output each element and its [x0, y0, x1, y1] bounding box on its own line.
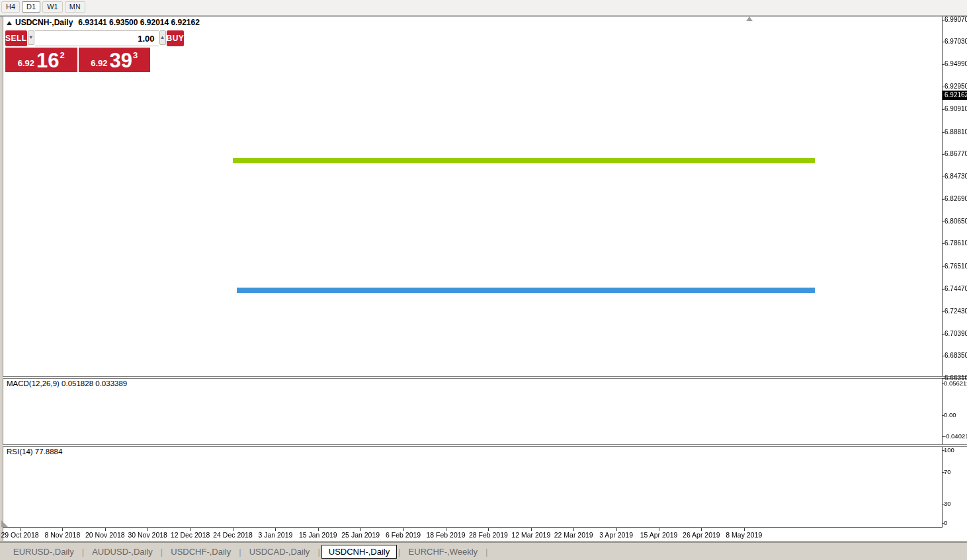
resistance-line-object[interactable] — [233, 158, 815, 163]
chart-tab-usdcnh[interactable]: USDCNH-,Daily — [321, 545, 397, 559]
volume-increase-button[interactable]: ▲ — [159, 30, 166, 45]
date-axis-tick — [190, 528, 191, 531]
date-axis-tick — [147, 528, 148, 531]
sell-price-display[interactable]: 6.92162 — [5, 48, 77, 72]
collapse-panel-icon[interactable] — [7, 21, 12, 25]
price-axis-tick — [942, 20, 945, 20]
price-axis-tick — [942, 356, 945, 356]
rsi-axis-label: 100 — [944, 446, 954, 454]
date-axis-tick — [233, 528, 233, 531]
buy-button[interactable]: BUY — [167, 30, 185, 46]
panel-resize-grip-icon[interactable] — [1, 520, 8, 527]
rsi-axis-tick — [942, 523, 945, 524]
date-axis-label: 29 Oct 2018 — [1, 531, 38, 539]
timeframe-button-w1[interactable]: W1 — [42, 1, 63, 13]
one-click-trading-panel: SELL ▼ ▲ BUY 6.92162 6.92393 — [5, 30, 150, 72]
date-axis-label: 15 Jan 2019 — [299, 531, 337, 539]
rsi-axis-tick — [942, 504, 945, 504]
price-axis-tick — [942, 132, 945, 133]
trade-panel-controls: SELL ▼ ▲ BUY — [5, 30, 150, 46]
price-axis-tick — [942, 199, 945, 200]
rsi-axis-tick — [942, 450, 945, 451]
price-axis-label: 6.74470 — [945, 285, 967, 292]
price-axis-label: 6.86770 — [945, 150, 967, 157]
buy-price-prefix: 6.92 — [91, 58, 107, 68]
date-axis-label: 20 Nov 2018 — [85, 531, 125, 539]
date-axis-label: 3 Apr 2019 — [599, 531, 633, 539]
window-left-border — [3, 16, 3, 541]
price-axis-tick — [942, 243, 945, 244]
price-axis-label: 6.99070 — [945, 16, 967, 23]
rsi-indicator-label: RSI(14) 77.8884 — [7, 448, 62, 456]
price-axis-label: 6.88810 — [945, 128, 967, 136]
rsi-axis-label: 70 — [944, 468, 951, 475]
sell-price-point: 2 — [60, 50, 65, 60]
sell-price-pips: 16 — [36, 51, 59, 71]
buy-price-pips: 39 — [110, 51, 132, 71]
date-axis-tick — [659, 528, 659, 531]
macd-axis-tick — [942, 415, 945, 416]
tab-separator: | — [317, 547, 319, 557]
rsi-panel-splitter[interactable] — [3, 444, 967, 447]
price-axis-label: 6.68350 — [945, 352, 967, 359]
volume-decrease-button[interactable]: ▼ — [28, 30, 34, 45]
price-axis-tick — [942, 334, 945, 335]
chart-tab-audusd[interactable]: AUDUSD-,Daily — [85, 545, 159, 558]
mt4-window: H4D1W1MN USDCNH-,Daily6.93141 6.93500 6.… — [0, 0, 967, 560]
time-axis-separator — [3, 527, 943, 528]
chart-tab-eurusd[interactable]: EURUSD-,Daily — [7, 545, 81, 558]
price-axis-tick — [942, 311, 945, 312]
date-axis-tick — [105, 528, 106, 531]
tab-separator: | — [485, 547, 487, 557]
price-axis-label: 6.84730 — [945, 173, 967, 180]
sell-button[interactable]: SELL — [5, 30, 27, 46]
tab-separator: | — [398, 547, 400, 557]
date-axis-label: 28 Feb 2019 — [469, 531, 508, 539]
tab-separator: | — [239, 547, 241, 557]
rsi-axis-tick — [942, 472, 945, 473]
timeframe-button-d1[interactable]: D1 — [22, 1, 40, 13]
price-axis-tick — [942, 289, 945, 290]
price-axis-label: 6.82690 — [945, 195, 967, 202]
timeframe-button-h4[interactable]: H4 — [1, 1, 20, 13]
date-axis-label: 24 Dec 2018 — [213, 531, 253, 539]
chart-window-background — [3, 17, 967, 541]
price-axis-tick — [942, 42, 945, 42]
tab-separator: | — [161, 547, 163, 557]
price-axis-label: 6.94990 — [945, 60, 967, 67]
date-axis-tick — [360, 528, 361, 531]
date-axis-tick — [446, 528, 446, 531]
date-axis-tick — [403, 528, 404, 531]
price-axis-label: 6.70390 — [945, 330, 967, 337]
toolbar-separator — [75, 1, 76, 13]
macd-axis-tick — [942, 436, 945, 437]
date-axis-label: 30 Nov 2018 — [128, 531, 167, 539]
date-axis-tick — [62, 528, 63, 531]
date-axis-tick — [20, 528, 21, 531]
date-axis-label: 15 Apr 2019 — [640, 531, 678, 539]
macd-panel-splitter[interactable] — [3, 376, 967, 379]
chart-tab-eurchf[interactable]: EURCHF-,Weekly — [402, 545, 485, 558]
sell-price-prefix: 6.92 — [18, 58, 34, 68]
chart-tab-usdcad[interactable]: USDCAD-,Daily — [243, 545, 317, 558]
date-axis-label: 8 Nov 2018 — [45, 531, 81, 539]
support-line-object[interactable] — [237, 288, 815, 293]
date-axis-tick — [275, 528, 276, 531]
date-axis-label: 26 Apr 2019 — [683, 531, 720, 539]
buy-price-display[interactable]: 6.92393 — [79, 48, 151, 72]
date-axis-tick — [701, 528, 702, 531]
volume-input[interactable] — [35, 30, 159, 46]
tab-separator: | — [82, 547, 84, 557]
chart-tab-usdchf[interactable]: USDCHF-,Daily — [164, 545, 237, 558]
macd-axis-tick — [942, 383, 945, 384]
price-axis-tick — [942, 154, 945, 155]
macd-axis-label: 0.00 — [944, 411, 956, 419]
date-axis-label: 8 May 2019 — [726, 531, 762, 539]
current-price-tag: 6.92162 — [943, 91, 967, 100]
macd-axis-label: 0.056211 — [944, 380, 967, 387]
chart-shift-marker-icon[interactable] — [746, 17, 753, 21]
date-axis-tick — [744, 528, 745, 531]
timeframe-toolbar: H4D1W1MN — [0, 0, 967, 16]
price-axis-label: 6.90910 — [945, 105, 967, 112]
date-axis-label: 3 Jan 2019 — [258, 531, 292, 539]
